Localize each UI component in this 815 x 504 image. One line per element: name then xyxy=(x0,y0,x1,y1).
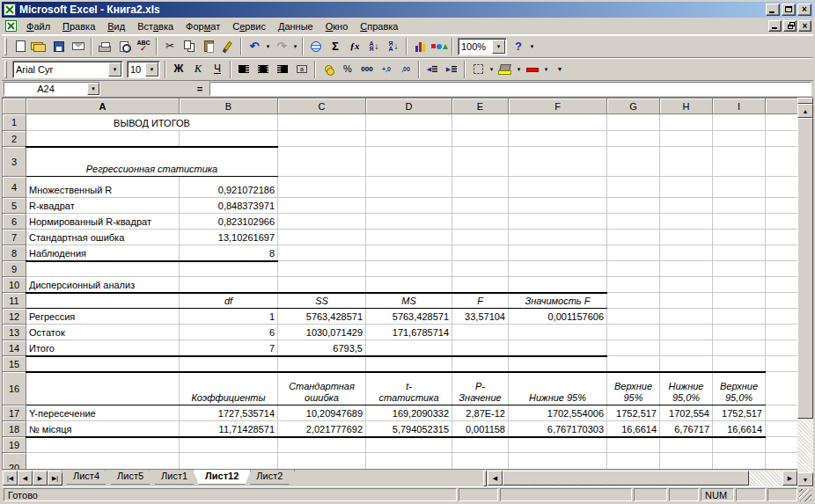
horizontal-scrollbar-track[interactable] xyxy=(749,471,782,486)
cell-H2[interactable] xyxy=(660,131,713,147)
vertical-scrollbar-thumb[interactable] xyxy=(797,118,813,419)
comma-style-button[interactable]: 000 xyxy=(357,60,377,79)
cell-C18[interactable]: 2,021777692 xyxy=(278,421,366,437)
sheet-tab-лист12[interactable]: Лист12 xyxy=(193,470,251,485)
chevron-down-icon[interactable]: ▾ xyxy=(108,62,121,77)
cell-partial-7[interactable] xyxy=(766,230,798,245)
close-button[interactable]: × xyxy=(797,4,811,16)
cell-C10[interactable] xyxy=(278,277,366,293)
cell-partial-13[interactable] xyxy=(766,325,798,340)
cell-E19[interactable] xyxy=(452,437,509,453)
cell-C5[interactable] xyxy=(278,198,366,214)
cell-C16[interactable]: Стандартная ошибка xyxy=(278,372,366,405)
minimize-button[interactable] xyxy=(766,4,780,16)
cell-A14[interactable]: Итого xyxy=(26,340,180,356)
scroll-up-button[interactable]: ▲ xyxy=(797,104,813,118)
cell-partial-8[interactable] xyxy=(766,245,798,261)
row-header-12[interactable]: 12 xyxy=(3,309,26,325)
cell-F15[interactable] xyxy=(509,356,607,372)
cell-H13[interactable] xyxy=(660,325,713,340)
help-button[interactable]: ? xyxy=(509,37,528,56)
cell-A9[interactable] xyxy=(26,261,180,277)
scroll-right-button[interactable]: ▶ xyxy=(782,471,797,486)
previous-sheet-button[interactable]: ◀ xyxy=(18,471,33,486)
cell-C11[interactable]: SS xyxy=(278,293,366,309)
cell-D14[interactable] xyxy=(366,340,452,356)
font-name-combo[interactable]: Arial Cyr▾ xyxy=(12,61,123,78)
cell-C9[interactable] xyxy=(278,261,366,277)
cell-H8[interactable] xyxy=(660,245,713,261)
redo-button-dropdown[interactable]: ▾ xyxy=(291,43,299,50)
cell-D5[interactable] xyxy=(366,198,452,214)
cell-E18[interactable]: 0,001158 xyxy=(452,421,509,437)
cell-F19[interactable] xyxy=(509,437,607,453)
font-size-combo[interactable]: 10▾ xyxy=(127,61,160,78)
cell-F16[interactable]: Нижние 95% xyxy=(509,372,607,405)
cell-A7[interactable]: Стандартная ошибка xyxy=(26,230,180,245)
borders-button[interactable] xyxy=(468,60,488,79)
cell-E14[interactable] xyxy=(452,340,509,356)
cell-E9[interactable] xyxy=(452,261,509,277)
cell-A1[interactable]: ВЫВОД ИТОГОВ xyxy=(26,114,278,131)
column-header-G[interactable]: G xyxy=(607,99,660,114)
cut-button[interactable]: ✂ xyxy=(160,37,180,56)
cell-I15[interactable] xyxy=(713,356,766,372)
cell-G17[interactable]: 1752,517 xyxy=(607,405,660,421)
cell-I5[interactable] xyxy=(713,198,766,214)
row-header-18[interactable]: 18 xyxy=(3,421,26,437)
row-header-13[interactable]: 13 xyxy=(3,325,26,340)
cell-D7[interactable] xyxy=(366,230,452,245)
cell-D9[interactable] xyxy=(366,261,452,277)
cell-G3[interactable] xyxy=(607,147,660,177)
row-header-3[interactable]: 3 xyxy=(3,147,26,177)
font-color-button-dropdown[interactable]: ▾ xyxy=(542,66,550,73)
percent-style-button[interactable]: % xyxy=(338,60,357,79)
cell-B8[interactable]: 8 xyxy=(180,245,278,261)
horizontal-scrollbar-thumb[interactable] xyxy=(503,471,749,486)
edit-formula-button[interactable]: = xyxy=(192,82,208,96)
cell-A8[interactable]: Наблюдения xyxy=(26,245,180,261)
align-right-button[interactable] xyxy=(273,60,292,79)
cell-F1[interactable] xyxy=(509,114,607,131)
cell-B16[interactable]: Коэффициенты xyxy=(180,372,278,405)
fill-color-button-dropdown[interactable]: ▾ xyxy=(515,66,523,73)
cell-F11[interactable]: Значимость F xyxy=(509,293,607,309)
cell-I18[interactable]: 16,6614 xyxy=(713,421,766,437)
cell-H12[interactable] xyxy=(660,309,713,325)
row-header-16[interactable]: 16 xyxy=(3,372,26,405)
cell-G19[interactable] xyxy=(607,437,660,453)
chevron-down-icon[interactable]: ▾ xyxy=(145,62,158,77)
cell-F13[interactable] xyxy=(509,325,607,340)
cell-D20[interactable] xyxy=(366,453,452,470)
cell-E1[interactable] xyxy=(452,114,509,131)
cell-F7[interactable] xyxy=(509,230,607,245)
open-button[interactable] xyxy=(30,37,49,56)
row-header-15[interactable]: 15 xyxy=(3,356,26,372)
row-header-14[interactable]: 14 xyxy=(3,340,26,356)
bold-button[interactable]: Ж xyxy=(169,60,188,79)
cell-F2[interactable] xyxy=(509,131,607,147)
cell-F8[interactable] xyxy=(509,245,607,261)
cell-C20[interactable] xyxy=(278,453,366,470)
paste-function-button[interactable]: ƒx xyxy=(345,37,364,56)
cell-partial-4[interactable] xyxy=(766,177,798,198)
cell-A3[interactable]: Регрессионная статистика xyxy=(26,147,278,177)
format-painter-button[interactable] xyxy=(218,37,238,56)
row-header-9[interactable]: 9 xyxy=(3,261,26,277)
cell-H11[interactable] xyxy=(660,293,713,309)
cell-A5[interactable]: R-квадрат xyxy=(26,198,180,214)
cell-I17[interactable]: 1752,517 xyxy=(713,405,766,421)
cell-H14[interactable] xyxy=(660,340,713,356)
chevron-down-icon[interactable]: ▾ xyxy=(492,40,505,54)
cell-I1[interactable] xyxy=(713,114,766,131)
cell-A17[interactable]: Y-пересечение xyxy=(26,405,180,421)
cell-F9[interactable] xyxy=(509,261,607,277)
cell-G6[interactable] xyxy=(607,214,660,230)
cell-D16[interactable]: t- статистика xyxy=(366,372,452,405)
cell-partial-12[interactable] xyxy=(766,309,798,325)
increase-indent-button[interactable] xyxy=(442,60,461,79)
cell-C17[interactable]: 10,20947689 xyxy=(278,405,366,421)
cell-E16[interactable]: P- Значение xyxy=(452,372,509,405)
cell-D19[interactable] xyxy=(366,437,452,453)
tab-split-handle[interactable] xyxy=(483,471,487,486)
